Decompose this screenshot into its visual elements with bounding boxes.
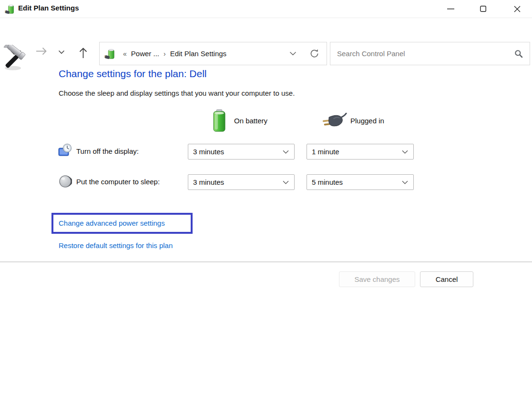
battery-icon: [211, 109, 227, 135]
chevron-down-icon: [283, 150, 289, 154]
edit-plan-settings-window: Edit Plan Settings: [0, 0, 532, 399]
row-label-turn-off-display: Turn off the display:: [76, 147, 139, 155]
dropdown-display-on-battery[interactable]: 3 minutes: [188, 144, 295, 160]
search-input[interactable]: [337, 50, 514, 58]
chevron-down-icon: [402, 180, 408, 184]
breadcrumb-separator: ›: [164, 50, 166, 58]
page-title: Change settings for the plan: Dell: [59, 68, 207, 80]
up-arrow-icon: [79, 47, 87, 59]
up-button[interactable]: [79, 47, 87, 59]
column-header-plugged-in: Plugged in: [350, 117, 384, 125]
display-timeout-icon: [58, 143, 72, 160]
chevron-down-icon: [283, 180, 289, 184]
chevron-down-icon: [289, 51, 297, 56]
footer-divider: [0, 261, 532, 262]
search-box: [330, 42, 530, 65]
window-title: Edit Plan Settings: [18, 4, 79, 12]
breadcrumb-item-edit-plan-settings[interactable]: Edit Plan Settings: [170, 50, 226, 58]
maximize-icon: [480, 6, 486, 12]
close-icon: [514, 6, 521, 12]
refresh-icon: [309, 48, 320, 59]
row-label-put-computer-to-sleep: Put the computer to sleep:: [76, 178, 160, 186]
forward-arrow-icon: [36, 47, 47, 55]
minimize-icon: [447, 9, 454, 10]
power-plan-app-icon: [5, 3, 15, 17]
address-dropdown-button[interactable]: [289, 51, 297, 56]
restore-default-settings-link[interactable]: Restore default settings for this plan: [59, 241, 173, 249]
dropdown-sleep-plugged-in[interactable]: 5 minutes: [307, 174, 414, 190]
cancel-button[interactable]: Cancel: [420, 271, 473, 287]
dropdown-value: 1 minute: [312, 148, 339, 156]
dropdown-value: 3 minutes: [193, 178, 224, 186]
close-button[interactable]: [506, 0, 528, 18]
dropdown-display-plugged-in[interactable]: 1 minute: [307, 144, 414, 160]
dropdown-sleep-on-battery[interactable]: 3 minutes: [188, 174, 295, 190]
column-header-on-battery: On battery: [234, 117, 267, 125]
forward-button[interactable]: [36, 47, 47, 55]
breadcrumb-app-icon: [104, 48, 116, 60]
save-changes-button[interactable]: Save changes: [339, 271, 415, 287]
dropdown-value: 3 minutes: [193, 148, 224, 156]
breadcrumb-item-power[interactable]: Power ...: [131, 50, 159, 58]
change-advanced-power-settings-link[interactable]: Change advanced power settings: [59, 219, 165, 227]
navigation-toolbar: « Power ... › Edit Plan Settings: [0, 19, 532, 48]
dropdown-value: 5 minutes: [312, 178, 343, 186]
address-bar[interactable]: « Power ... › Edit Plan Settings: [99, 42, 327, 65]
hammer-watermark-icon: [0, 45, 31, 74]
sleep-moon-icon: [59, 175, 72, 190]
title-bar: Edit Plan Settings: [0, 0, 532, 18]
breadcrumb-overflow-chevron[interactable]: «: [123, 50, 127, 58]
search-icon[interactable]: [514, 50, 523, 58]
maximize-button[interactable]: [472, 0, 494, 18]
minimize-button[interactable]: [440, 0, 461, 18]
recent-locations-button[interactable]: [58, 50, 65, 54]
page-subtitle: Choose the sleep and display settings th…: [59, 89, 295, 97]
chevron-down-icon: [58, 50, 65, 54]
refresh-button[interactable]: [309, 48, 320, 59]
chevron-down-icon: [402, 150, 408, 154]
plug-icon: [322, 113, 348, 131]
